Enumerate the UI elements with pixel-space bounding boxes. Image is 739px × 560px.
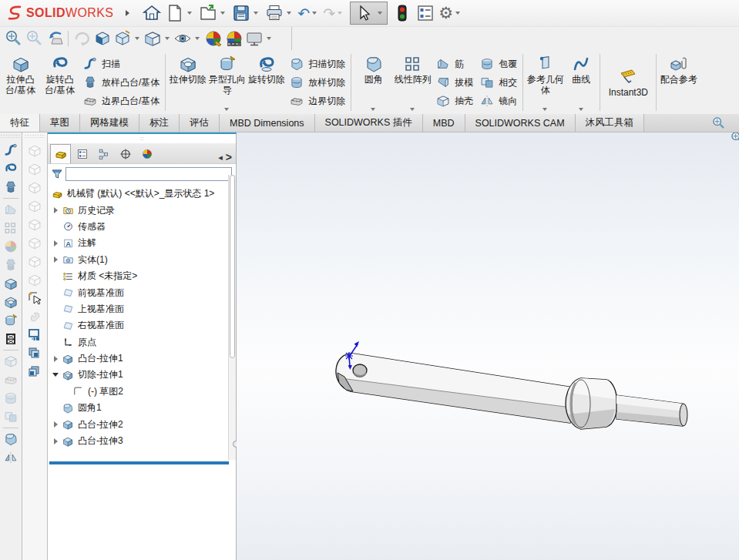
previous-view-button[interactable] (45, 29, 66, 49)
swept-cut-button[interactable]: 扫描切除 (289, 55, 345, 72)
boundary-cut-button[interactable]: 边界切除 (289, 92, 345, 109)
lofted-cut-button[interactable]: 放样切除 (289, 74, 345, 91)
tree-item-origin[interactable]: 原点 (50, 334, 236, 350)
new-sketch-icon[interactable] (25, 289, 44, 307)
wrap-button[interactable]: 包覆 (479, 55, 517, 72)
save-dropdown[interactable] (254, 12, 258, 15)
swept-boss-button[interactable]: 扫描 (82, 55, 160, 72)
tree-item-sketch2[interactable]: (-) 草图2 (50, 384, 236, 400)
settings-button[interactable]: ⚙ (437, 2, 465, 24)
revolved-boss-button[interactable]: 旋转凸台/基体 (40, 51, 79, 114)
tab-evaluate[interactable]: 评估 (180, 114, 220, 132)
toolbar-mirror-icon[interactable] (2, 448, 20, 467)
tab-mesh-modeling[interactable]: 网格建模 (80, 114, 139, 132)
extruded-boss-button[interactable]: 拉伸凸台/基体 (1, 51, 40, 114)
select-button[interactable] (352, 3, 375, 23)
graphics-viewport[interactable] (237, 132, 739, 560)
stacked-selection-icon[interactable] (25, 344, 44, 363)
tree-item-top-plane[interactable]: 上视基准面 (50, 301, 236, 317)
menu-flyout-arrow-icon[interactable] (126, 10, 129, 16)
tree-item-solid-bodies[interactable]: 实体(1) (50, 252, 236, 268)
tree-item-fillet1[interactable]: 圆角1 (50, 400, 236, 416)
mate-reference-button[interactable]: 配合参考 (659, 51, 698, 114)
draft-button[interactable]: 拔模 (435, 74, 473, 91)
curves-dropdown[interactable] (579, 108, 583, 111)
expander[interactable] (50, 438, 61, 444)
tab-mbd[interactable]: MBD (423, 114, 465, 132)
display-style-button[interactable] (143, 29, 173, 49)
print-dropdown[interactable] (287, 12, 291, 15)
open-dropdown[interactable] (220, 12, 225, 15)
hole-wizard-dropdown[interactable] (224, 108, 229, 111)
hide-show-items-button[interactable] (173, 29, 203, 49)
tree-filter-input[interactable] (66, 167, 232, 181)
open-button[interactable] (197, 2, 230, 24)
rollback-bar[interactable] (49, 461, 229, 464)
display-style-dropdown[interactable] (165, 37, 170, 40)
instant3d-button[interactable]: Instant3D (603, 51, 653, 114)
propertymanager-tab[interactable] (72, 144, 92, 163)
extruded-cut-button[interactable]: 拉伸切除 (168, 51, 207, 114)
toolbar-fillet-icon[interactable] (2, 430, 20, 448)
tab-mbd-dimensions[interactable]: MBD Dimensions (220, 114, 315, 132)
edit-appearance-button[interactable] (203, 29, 223, 49)
reference-geometry-button[interactable]: 参考几何体 (526, 51, 565, 114)
tree-item-boss-extrude2[interactable]: 凸台-拉伸2 (50, 416, 236, 432)
expander[interactable] (50, 207, 61, 213)
expander[interactable] (50, 373, 61, 377)
mirror-button[interactable]: 镜向 (479, 92, 517, 109)
new-document-dropdown[interactable] (187, 12, 192, 15)
dimxpertmanager-tab[interactable] (115, 144, 136, 163)
options-button[interactable] (414, 2, 437, 24)
fm-tab-scroll-left[interactable]: ◂ (218, 153, 223, 163)
home-button[interactable] (140, 2, 163, 24)
toolbar-checkbox-icon[interactable] (2, 330, 20, 348)
undo-dropdown[interactable] (312, 12, 317, 15)
toolbar-grip[interactable]: :::::::: (1, 133, 21, 139)
toolbar-loft-icon[interactable] (2, 178, 20, 196)
tab-solidworks-addins[interactable]: SOLIDWORKS 插件 (315, 114, 423, 132)
tree-item-right-plane[interactable]: 右视基准面 (50, 317, 236, 334)
tree-item-front-plane[interactable]: 前视基准面 (50, 284, 236, 300)
expander[interactable] (50, 240, 61, 246)
fillet-button[interactable]: 圆角 (354, 51, 393, 114)
toolbar-swept-icon[interactable] (2, 141, 20, 159)
tree-item-history[interactable]: 历史记录 (50, 202, 236, 218)
rib-button[interactable]: 筋 (435, 55, 473, 72)
magnifier-icon-clipped[interactable] (730, 132, 739, 146)
tree-scrollbar-thumb[interactable] (230, 175, 235, 358)
toolbar-hole-icon[interactable] (2, 311, 20, 330)
panel-grip[interactable]: :: (48, 134, 236, 143)
shell-button[interactable]: 抽壳 (435, 92, 473, 109)
view-orientation-dropdown[interactable] (135, 37, 139, 40)
new-document-button[interactable] (163, 2, 197, 24)
tab-markup[interactable]: 标注 (139, 114, 180, 132)
tree-item-cut-extrude1[interactable]: 切除-拉伸1 (50, 367, 236, 383)
tree-root[interactable]: 机械臂 (默认) <<默认>_显示状态 1> (50, 186, 236, 202)
tab-features[interactable]: 特征 (0, 114, 40, 132)
tree-scrollbar[interactable] (228, 175, 236, 460)
tree-item-boss-extrude3[interactable]: 凸台-拉伸3 (50, 433, 236, 449)
toolbar-grip[interactable]: :::::::: (25, 133, 45, 139)
view-settings-dropdown[interactable] (267, 37, 271, 40)
featuremanager-tab[interactable] (50, 144, 71, 163)
expander[interactable] (50, 257, 61, 263)
toolbar-cut-extrude-icon[interactable] (2, 293, 20, 311)
linear-pattern-button[interactable]: 线性阵列 (393, 51, 432, 114)
select-dropdown[interactable] (378, 12, 382, 15)
displaymanager-tab[interactable] (136, 144, 157, 163)
intersect-button[interactable]: 相交 (479, 74, 517, 91)
undo-button[interactable]: ↶ (296, 2, 321, 24)
redo-button[interactable]: ↷ (321, 2, 347, 24)
expander[interactable] (50, 421, 61, 428)
fm-tab-scroll-right[interactable]: > (226, 151, 232, 163)
hide-show-dropdown[interactable] (195, 37, 200, 40)
expander[interactable] (50, 356, 61, 362)
toolbar-revolve-icon[interactable] (2, 159, 20, 178)
revolved-cut-button[interactable]: 旋转切除 (247, 51, 286, 114)
view-settings-button[interactable] (244, 29, 274, 49)
tree-item-sensors[interactable]: 传感器 (50, 219, 236, 235)
hole-wizard-button[interactable]: 异型孔向导 (207, 51, 247, 114)
save-button[interactable] (230, 2, 263, 24)
tab-mufeng-toolbox[interactable]: 沐风工具箱 (576, 114, 645, 132)
